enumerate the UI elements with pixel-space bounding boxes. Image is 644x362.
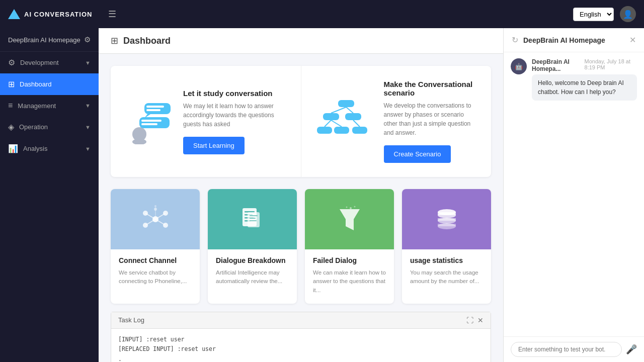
page-title: Dashboard [123, 36, 171, 46]
svg-rect-2 [144, 103, 171, 114]
dialogue-breakdown-icon-area [208, 189, 297, 249]
sidebar-item-development[interactable]: ⚙ Development ▼ [0, 52, 99, 73]
failed-dialog-body: Failed Dialog We can make it learn how t… [305, 249, 394, 304]
chat-bot-avatar: 🤖 [511, 58, 527, 74]
svg-point-1 [132, 139, 146, 144]
usage-statistics-body: usage statistics You may search the usag… [402, 249, 491, 295]
feature-card-connect-channel[interactable]: Connect Channel We service chatbot by co… [111, 189, 200, 304]
chat-sender: DeepBrain AI Homepa... [532, 58, 585, 72]
connect-channel-desc: We service chatbot by connecting to Phon… [119, 268, 192, 286]
chevron-icon-2: ▼ [85, 103, 91, 109]
dialogue-breakdown-title: Dialogue Breakdown [216, 256, 289, 264]
svg-point-45 [346, 207, 347, 208]
svg-rect-10 [323, 113, 339, 120]
svg-rect-39 [250, 215, 258, 216]
log-line-1: [INPUT] :reset user [118, 335, 484, 345]
svg-rect-4 [146, 109, 160, 111]
svg-rect-16 [352, 127, 367, 134]
gear-icon[interactable]: ⚙ [84, 35, 91, 44]
chat-bubble: Hello, welcome to Deep brain AI chatbot.… [532, 74, 637, 101]
task-log-header: Task Log ⛶ ✕ [111, 312, 491, 329]
learn-card: Let it study conversation We may let it … [111, 66, 301, 177]
user-avatar[interactable]: 👤 [620, 6, 636, 22]
operation-icon: ◈ [8, 122, 14, 132]
svg-point-48 [438, 212, 456, 218]
sidebar: DeepBrain AI Homepage ⚙ ⚙ Development ▼ … [0, 28, 99, 362]
scenario-card-text: Make the Conversational scenario We deve… [384, 80, 479, 163]
scenario-card-title: Make the Conversational scenario [384, 80, 479, 97]
connect-channel-body: Connect Channel We service chatbot by co… [111, 249, 200, 295]
reload-icon[interactable]: ↻ [512, 35, 518, 45]
learn-illustration [123, 99, 173, 144]
svg-rect-7 [141, 120, 162, 122]
log-line-3: . [118, 354, 484, 362]
sidebar-item-management[interactable]: ≡ Management ▼ [0, 95, 99, 116]
learn-card-title: Let it study conversation [183, 89, 289, 98]
analysis-icon: 📊 [8, 144, 18, 153]
scenario-illustration [313, 99, 374, 144]
feature-card-dialogue-breakdown[interactable]: Dialogue Breakdown Artificial Intelligen… [208, 189, 297, 304]
usage-statistics-title: usage statistics [410, 256, 483, 264]
chat-input-area: 🎤 [504, 336, 644, 362]
svg-line-19 [353, 120, 360, 127]
svg-point-31 [154, 205, 156, 207]
navbar-logo: AI CONVERSATION [8, 9, 92, 19]
log-line-2: [REPLACED INPUT] :reset user [118, 344, 484, 354]
svg-line-13 [346, 107, 353, 113]
learn-card-text: Let it study conversation We may let it … [183, 89, 289, 154]
start-learning-button[interactable]: Start Learning [183, 137, 245, 154]
sidebar-header: DeepBrain AI Homepage ⚙ [0, 28, 99, 52]
feature-card-usage-statistics[interactable]: usage statistics You may search the usag… [402, 189, 491, 304]
svg-line-25 [145, 213, 155, 219]
development-icon: ⚙ [8, 58, 15, 67]
close-icon[interactable]: ✕ [629, 35, 636, 45]
task-log-close-button[interactable]: ✕ [477, 316, 484, 324]
chat-area: 🤖 DeepBrain AI Homepa... Monday, July 18… [504, 52, 644, 336]
task-log: Task Log ⛶ ✕ [INPUT] :reset user [REPLAC… [111, 312, 491, 362]
connect-channel-icon-area [111, 189, 200, 249]
task-log-title: Task Log [118, 316, 144, 324]
usage-statistics-desc: You may search the usage amount by the n… [410, 268, 483, 286]
dashboard-icon: ⊞ [8, 79, 15, 89]
chat-time: Monday, July 18 at 8:19 PM [585, 58, 637, 72]
svg-line-27 [145, 219, 155, 225]
sidebar-label-management: Management [18, 102, 80, 110]
task-log-actions: ⛶ ✕ [466, 316, 484, 324]
svg-point-52 [438, 223, 456, 229]
sidebar-label-analysis: Analysis [23, 145, 80, 152]
page-header: ⊞ Dashboard [99, 28, 503, 54]
svg-point-43 [350, 207, 352, 209]
top-cards: Let it study conversation We may let it … [111, 66, 491, 177]
svg-line-28 [155, 219, 166, 225]
sidebar-item-analysis[interactable]: 📊 Analysis ▼ [0, 138, 99, 159]
task-log-expand-button[interactable]: ⛶ [466, 316, 473, 324]
sidebar-item-operation[interactable]: ◈ Operation ▼ [0, 116, 99, 138]
navbar-right: English Korean 👤 [573, 6, 636, 22]
chat-input[interactable] [511, 342, 622, 357]
failed-dialog-icon-area [305, 189, 394, 249]
navbar-left: AI CONVERSATION ☰ [8, 9, 116, 20]
mic-icon[interactable]: 🎤 [626, 344, 637, 355]
svg-line-17 [325, 120, 331, 127]
create-scenario-button[interactable]: Create Scenario [384, 145, 451, 163]
right-panel-header: ↻ DeepBrain AI Homepage ✕ [504, 28, 644, 52]
failed-dialog-title: Failed Dialog [313, 256, 386, 264]
scenario-card: Make the Conversational scenario We deve… [301, 66, 492, 177]
svg-rect-11 [345, 113, 361, 120]
connect-channel-title: Connect Channel [119, 256, 192, 264]
svg-rect-41 [250, 220, 257, 221]
chat-bubble-wrap: DeepBrain AI Homepa... Monday, July 18 a… [532, 58, 637, 101]
language-select[interactable]: English Korean [573, 8, 614, 21]
management-icon: ≡ [8, 101, 13, 110]
feature-cards: Connect Channel We service chatbot by co… [111, 189, 491, 304]
svg-rect-14 [317, 127, 332, 134]
hamburger-icon[interactable]: ☰ [108, 9, 116, 20]
feature-card-failed-dialog[interactable]: Failed Dialog We can make it learn how t… [305, 189, 394, 304]
content-wrapper: ⊞ Dashboard [99, 28, 503, 362]
sidebar-item-dashboard[interactable]: ⊞ Dashboard [0, 73, 99, 95]
svg-rect-9 [338, 100, 354, 107]
svg-marker-42 [340, 209, 360, 230]
right-panel: ↻ DeepBrain AI Homepage ✕ 🤖 DeepBrain AI… [503, 28, 644, 362]
svg-rect-3 [146, 106, 164, 108]
svg-point-50 [438, 218, 456, 224]
